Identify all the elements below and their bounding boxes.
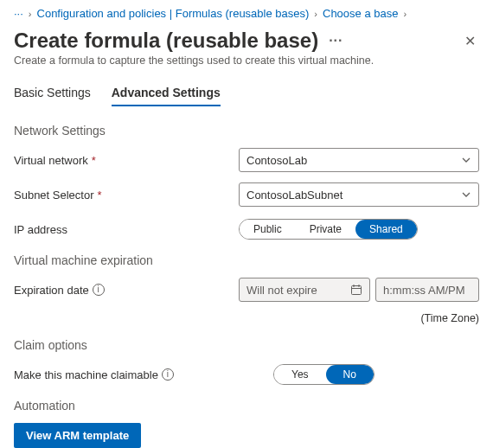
section-claim-heading: Claim options bbox=[14, 338, 479, 352]
vnet-value: ContosoLab bbox=[246, 154, 307, 167]
info-icon[interactable]: i bbox=[162, 368, 174, 381]
breadcrumb-link-config[interactable]: Configuration and policies | Formulas (r… bbox=[37, 7, 310, 20]
chevron-down-icon bbox=[461, 155, 471, 165]
expiration-date-input[interactable]: Will not expire bbox=[239, 278, 370, 302]
expiration-time-placeholder: h:mm:ss AM/PM bbox=[383, 284, 465, 297]
close-icon[interactable]: ✕ bbox=[461, 29, 479, 53]
ip-option-private[interactable]: Private bbox=[296, 220, 355, 239]
section-automation-heading: Automation bbox=[14, 399, 479, 413]
required-indicator: * bbox=[92, 154, 96, 167]
section-network-heading: Network Settings bbox=[14, 124, 479, 138]
info-icon[interactable]: i bbox=[93, 284, 105, 296]
vnet-label: Virtual network bbox=[14, 154, 88, 167]
chevron-down-icon bbox=[461, 189, 471, 200]
chevron-right-icon: › bbox=[403, 9, 407, 19]
subnet-label: Subnet Selector bbox=[14, 189, 94, 202]
expiration-date-label: Expiration date bbox=[14, 284, 89, 297]
tab-basic-settings[interactable]: Basic Settings bbox=[14, 86, 91, 106]
ip-segmented-control: Public Private Shared bbox=[239, 219, 418, 240]
claimable-label: Make this machine claimable bbox=[14, 368, 158, 381]
breadcrumb-link-choose-base[interactable]: Choose a base bbox=[323, 7, 398, 20]
more-actions-button[interactable]: ··· bbox=[329, 33, 343, 48]
expiration-time-input[interactable]: h:mm:ss AM/PM bbox=[375, 278, 479, 302]
ip-option-shared[interactable]: Shared bbox=[355, 220, 417, 239]
tabs: Basic Settings Advanced Settings bbox=[14, 86, 479, 106]
claimable-yes[interactable]: Yes bbox=[274, 365, 326, 384]
expiration-date-value: Will not expire bbox=[246, 284, 317, 297]
chevron-right-icon: › bbox=[29, 9, 32, 19]
ip-option-public[interactable]: Public bbox=[240, 220, 296, 239]
section-expiration-heading: Virtual machine expiration bbox=[14, 253, 479, 267]
svg-rect-0 bbox=[352, 286, 362, 295]
tab-advanced-settings[interactable]: Advanced Settings bbox=[112, 86, 221, 106]
required-indicator: * bbox=[98, 189, 102, 202]
page-title: Create formula (reusable base) bbox=[14, 29, 318, 53]
breadcrumb-ellipsis[interactable]: ··· bbox=[14, 7, 23, 20]
ip-label: IP address bbox=[14, 223, 67, 236]
claimable-toggle: Yes No bbox=[273, 364, 375, 385]
timezone-note: (Time Zone) bbox=[14, 312, 479, 324]
page-subtitle: Create a formula to capture the settings… bbox=[14, 54, 479, 67]
view-arm-template-button[interactable]: View ARM template bbox=[14, 423, 141, 448]
calendar-icon bbox=[350, 284, 362, 296]
subnet-value: ContosoLabSubnet bbox=[246, 189, 343, 202]
breadcrumb: ··· › Configuration and policies | Formu… bbox=[14, 7, 479, 20]
claimable-no[interactable]: No bbox=[326, 365, 374, 384]
vnet-select[interactable]: ContosoLab bbox=[239, 148, 479, 172]
subnet-select[interactable]: ContosoLabSubnet bbox=[239, 182, 479, 207]
chevron-right-icon: › bbox=[314, 9, 317, 19]
